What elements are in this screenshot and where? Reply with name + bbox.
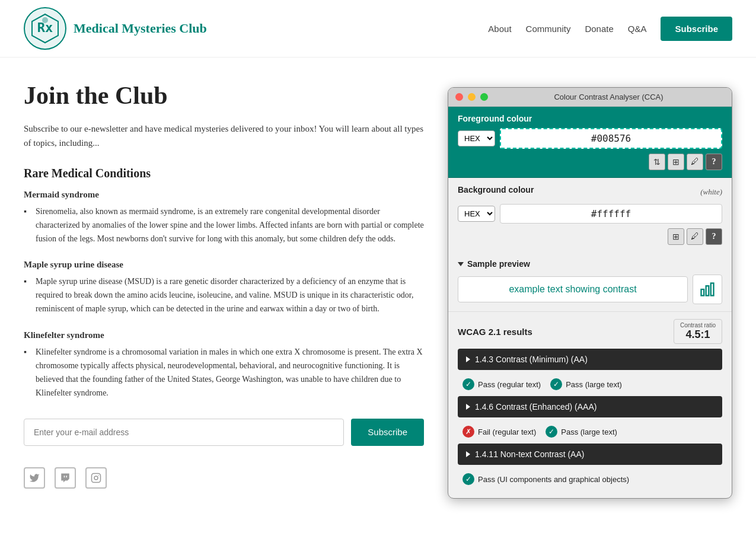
twitter-icon[interactable] bbox=[24, 467, 45, 489]
result-14011-ui: ✓ Pass (UI components and graphical obje… bbox=[462, 473, 629, 485]
nav-links: About Community Donate Q&A Subscribe bbox=[488, 17, 732, 41]
sample-text-box: example text showing contrast bbox=[458, 276, 688, 302]
nav-donate[interactable]: Donate bbox=[585, 24, 613, 34]
result-label-146-regular: Fail (regular text) bbox=[478, 428, 536, 436]
foreground-hex-input[interactable] bbox=[500, 128, 722, 149]
foreground-section: Foreground colour HEX RGB HSL ⇅ ⊞ 🖊 ? bbox=[448, 107, 732, 178]
help-icon[interactable]: ? bbox=[706, 154, 722, 170]
twitch-icon[interactable] bbox=[55, 467, 76, 489]
accordion-arrow-146 bbox=[466, 404, 470, 410]
pass-icon-143-large: ✓ bbox=[550, 378, 562, 390]
svg-point-2 bbox=[42, 17, 48, 23]
adjust-icon[interactable]: ⊞ bbox=[668, 154, 684, 170]
wcag-criterion-14011-label: 1.4.11 Non-text Contrast (AA) bbox=[475, 449, 584, 459]
condition-desc-1: Maple syrup urine disease (MSUD) is a ra… bbox=[24, 275, 424, 315]
result-label-143-large: Pass (large text) bbox=[566, 380, 622, 389]
site-title: Medical Mysteries Club bbox=[74, 21, 207, 36]
condition-title-0: Mermaid syndrome bbox=[24, 190, 424, 200]
wcag-section: WCAG 2.1 results Contrast ratio 4.5:1 1.… bbox=[448, 312, 732, 498]
bg-adjust-icon[interactable]: ⊞ bbox=[668, 228, 684, 245]
page-heading: Join the Club bbox=[24, 81, 424, 110]
email-input[interactable] bbox=[24, 419, 344, 446]
wcag-criterion-146[interactable]: 1.4.6 Contrast (Enhanced) (AAA) bbox=[458, 396, 722, 417]
bg-header: Background colour (white) bbox=[448, 178, 732, 202]
email-row: Subscribe bbox=[24, 419, 424, 446]
main-layout: Join the Club Subscribe to our e-newslet… bbox=[0, 58, 756, 522]
condition-list-1: Maple syrup urine disease (MSUD) is a ra… bbox=[24, 275, 424, 315]
condition-block-mermaid: Mermaid syndrome Sirenomelia, also known… bbox=[24, 190, 424, 245]
wcag-criterion-146-label: 1.4.6 Contrast (Enhanced) (AAA) bbox=[475, 402, 596, 412]
bg-eyedropper-icon[interactable]: 🖊 bbox=[687, 228, 703, 245]
close-dot[interactable] bbox=[455, 93, 463, 101]
svg-rect-3 bbox=[92, 473, 101, 482]
pass-icon-14011-ui: ✓ bbox=[462, 473, 474, 485]
wcag-title: WCAG 2.1 results bbox=[458, 327, 532, 337]
wcag-criterion-143-label: 1.4.3 Contrast (Minimum) (AA) bbox=[475, 355, 588, 364]
nav-community[interactable]: Community bbox=[526, 24, 571, 34]
wcag-criterion-14011[interactable]: 1.4.11 Non-text Contrast (AA) bbox=[458, 444, 722, 465]
svg-rect-6 bbox=[701, 289, 704, 296]
fail-icon-146-regular: ✗ bbox=[462, 426, 474, 438]
cca-title: Colour Contrast Analyser (CCA) bbox=[493, 93, 725, 101]
sample-text: example text showing contrast bbox=[509, 284, 636, 294]
nav-qa[interactable]: Q&A bbox=[628, 24, 647, 34]
instagram-icon[interactable] bbox=[85, 467, 107, 489]
result-label-14011-ui: Pass (UI components and graphical object… bbox=[478, 475, 629, 484]
navbar: Rx Medical Mysteries Club About Communit… bbox=[0, 0, 756, 58]
bg-input-section: HEX RGB HSL ⊞ 🖊 ? bbox=[448, 202, 732, 252]
sample-preview-section: Sample preview example text showing cont… bbox=[448, 252, 732, 312]
nav-subscribe-button[interactable]: Subscribe bbox=[661, 17, 732, 41]
condition-block-klinefelter: Klinefelter syndrome Klinefelter syndrom… bbox=[24, 330, 424, 400]
contrast-ratio-value: 4.5:1 bbox=[680, 328, 716, 341]
condition-desc-2: Klinefelter syndrome is a chromosomal va… bbox=[24, 345, 424, 400]
section-heading: Rare Medical Conditions bbox=[24, 167, 424, 180]
sample-preview-label: Sample preview bbox=[458, 259, 722, 269]
foreground-label: Foreground colour bbox=[458, 114, 722, 123]
eyedropper-icon[interactable]: 🖊 bbox=[687, 154, 703, 170]
condition-desc-0: Sirenomelia, also known as mermaid syndr… bbox=[24, 205, 424, 245]
maximize-dot[interactable] bbox=[480, 93, 488, 101]
email-subscribe-button[interactable]: Subscribe bbox=[351, 419, 424, 446]
wcag-result-row-14011: ✓ Pass (UI components and graphical obje… bbox=[458, 470, 722, 491]
triangle-down-icon bbox=[458, 262, 464, 266]
minimize-dot[interactable] bbox=[468, 93, 476, 101]
sample-preview-text: Sample preview bbox=[467, 259, 530, 269]
site-logo: Rx bbox=[24, 7, 66, 50]
condition-list-0: Sirenomelia, also known as mermaid syndr… bbox=[24, 205, 424, 245]
wcag-criterion-143[interactable]: 1.4.3 Contrast (Minimum) (AA) bbox=[458, 349, 722, 370]
background-input-row: HEX RGB HSL bbox=[458, 204, 722, 224]
social-icons bbox=[24, 467, 424, 489]
result-146-large: ✓ Pass (large text) bbox=[546, 426, 617, 438]
wcag-result-row-143: ✓ Pass (regular text) ✓ Pass (large text… bbox=[458, 375, 722, 396]
result-label-146-large: Pass (large text) bbox=[561, 428, 617, 436]
swap-icon[interactable]: ⇅ bbox=[649, 154, 665, 170]
condition-list-2: Klinefelter syndrome is a chromosomal va… bbox=[24, 345, 424, 400]
contrast-ratio-label: Contrast ratio bbox=[680, 322, 716, 328]
foreground-format-select[interactable]: HEX RGB HSL bbox=[458, 130, 495, 146]
background-section: Background colour (white) HEX RGB HSL ⊞ … bbox=[448, 178, 732, 252]
accordion-arrow-143 bbox=[466, 356, 470, 362]
bg-help-icon[interactable]: ? bbox=[706, 228, 722, 245]
logo-area: Rx Medical Mysteries Club bbox=[24, 7, 488, 50]
content-column: Join the Club Subscribe to our e-newslet… bbox=[24, 81, 424, 499]
svg-point-4 bbox=[94, 476, 98, 480]
cca-titlebar: Colour Contrast Analyser (CCA) bbox=[448, 88, 732, 107]
condition-title-2: Klinefelter syndrome bbox=[24, 330, 424, 340]
background-icon-row: ⊞ 🖊 ? bbox=[458, 228, 722, 245]
background-format-select[interactable]: HEX RGB HSL bbox=[458, 206, 495, 222]
background-hex-input[interactable] bbox=[500, 204, 722, 224]
result-143-regular: ✓ Pass (regular text) bbox=[462, 378, 541, 390]
result-146-regular: ✗ Fail (regular text) bbox=[462, 426, 536, 438]
result-143-large: ✓ Pass (large text) bbox=[550, 378, 622, 390]
svg-point-5 bbox=[98, 475, 99, 476]
svg-rect-7 bbox=[706, 286, 709, 295]
chart-icon-button[interactable] bbox=[693, 275, 722, 304]
svg-rect-8 bbox=[711, 283, 714, 296]
pass-icon-146-large: ✓ bbox=[546, 426, 557, 438]
sample-preview-row: example text showing contrast bbox=[458, 275, 722, 304]
condition-title-1: Maple syrup urine disease bbox=[24, 260, 424, 270]
nav-about[interactable]: About bbox=[488, 24, 511, 34]
bg-white-label: (white) bbox=[700, 187, 722, 197]
intro-text: Subscribe to our e-newsletter and have m… bbox=[24, 122, 424, 150]
background-label: Background colour bbox=[458, 185, 534, 194]
